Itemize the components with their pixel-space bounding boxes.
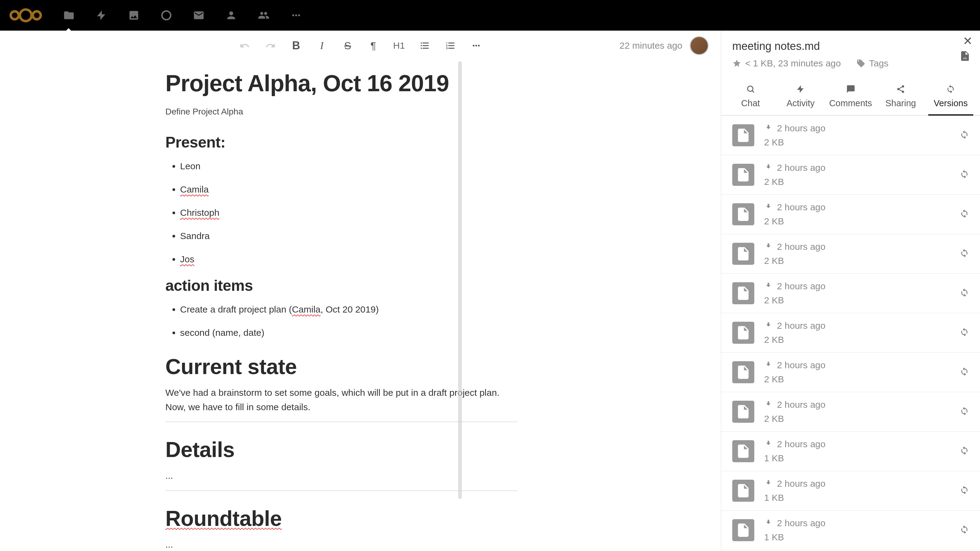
restore-icon[interactable] <box>960 407 969 417</box>
download-icon[interactable] <box>764 479 773 489</box>
attendee-list[interactable]: LeonCamilaChristophSandraJos <box>165 160 517 266</box>
version-row[interactable]: 2 hours ago2 KB <box>721 116 980 155</box>
tab-activity[interactable]: Activity <box>775 80 825 115</box>
version-row[interactable]: 2 hours ago2 KB <box>721 353 980 392</box>
undo-button[interactable] <box>239 40 251 52</box>
tab-comments[interactable]: Comments <box>826 80 875 115</box>
download-icon[interactable] <box>764 518 773 528</box>
download-icon[interactable] <box>764 400 773 410</box>
roundtable-body[interactable]: ... <box>165 538 517 551</box>
current-state-heading[interactable]: Current state <box>165 354 517 379</box>
more-formatting-button[interactable] <box>470 40 482 52</box>
gallery-icon[interactable] <box>127 9 140 22</box>
version-size: 2 KB <box>764 256 950 266</box>
restore-icon[interactable] <box>960 367 969 378</box>
version-row[interactable]: 2 hours ago2 KB <box>721 234 980 274</box>
redo-button[interactable] <box>264 40 277 52</box>
svg-point-1 <box>20 10 32 21</box>
download-icon[interactable] <box>764 202 773 212</box>
download-icon[interactable] <box>764 321 773 330</box>
list-item[interactable]: second (name, date) <box>180 326 517 339</box>
doc-title[interactable]: Project Alpha, Oct 16 2019 <box>165 70 517 97</box>
restore-icon[interactable] <box>960 249 969 259</box>
close-icon[interactable]: ✕ <box>963 34 973 48</box>
version-row[interactable]: 2 hours ago2 KB <box>721 274 980 313</box>
list-item[interactable]: Christoph <box>180 206 517 219</box>
tab-sharing[interactable]: Sharing <box>875 80 926 115</box>
comments-icon <box>826 84 875 96</box>
download-icon[interactable] <box>764 439 773 449</box>
version-size: 2 KB <box>764 216 950 227</box>
file-icon <box>732 164 754 186</box>
version-time: 2 hours ago <box>777 321 825 331</box>
tab-versions[interactable]: Versions <box>926 80 976 115</box>
list-item[interactable]: Leon <box>180 160 517 173</box>
heading-button[interactable]: H1 <box>393 40 405 52</box>
restore-icon[interactable] <box>960 486 969 496</box>
download-icon[interactable] <box>764 242 773 252</box>
scrollbar[interactable] <box>458 61 462 499</box>
restore-icon[interactable] <box>960 525 969 535</box>
bold-button[interactable]: B <box>290 40 302 52</box>
favorite-toggle[interactable]: < 1 KB, 23 minutes ago <box>732 58 841 68</box>
version-row[interactable]: 2 hours ago1 KB <box>721 471 980 511</box>
app-logo[interactable] <box>7 8 44 23</box>
share-file-icon[interactable] <box>959 50 971 63</box>
list-item[interactable]: Sandra <box>180 230 517 243</box>
tags-button[interactable]: Tags <box>856 58 888 68</box>
contacts-icon[interactable] <box>225 9 238 22</box>
action-items-heading[interactable]: action items <box>165 277 517 294</box>
restore-icon[interactable] <box>960 170 969 180</box>
restore-icon[interactable] <box>960 327 969 338</box>
version-row[interactable]: 2 hours ago2 KB <box>721 195 980 234</box>
version-time: 2 hours ago <box>777 202 825 213</box>
svg-point-5 <box>295 14 297 16</box>
file-icon <box>732 401 754 423</box>
version-row[interactable]: 2 hours ago2 KB <box>721 313 980 353</box>
tab-chat[interactable]: Chat <box>725 80 775 115</box>
version-row[interactable]: 2 hours ago2 KB <box>721 392 980 432</box>
version-size: 1 KB <box>764 492 950 503</box>
file-icon <box>732 243 754 265</box>
download-icon[interactable] <box>764 123 773 133</box>
list-item[interactable]: Create a draft project plan (Camila, Oct… <box>180 303 517 316</box>
paragraph-button[interactable]: ¶ <box>367 40 379 52</box>
current-state-body[interactable]: We've had a brainstorm to set some goals… <box>165 386 517 414</box>
mail-icon[interactable] <box>192 9 205 22</box>
version-row[interactable]: 2 hours ago2 KB <box>721 155 980 195</box>
download-icon[interactable] <box>764 281 773 291</box>
star-icon <box>732 59 741 68</box>
restore-icon[interactable] <box>960 288 969 299</box>
group-icon[interactable] <box>257 9 270 22</box>
version-row[interactable]: 2 hours ago1 KB <box>721 511 980 550</box>
action-items-list[interactable]: Create a draft project plan (Camila, Oct… <box>165 303 517 339</box>
svg-point-2 <box>33 11 41 19</box>
avatar[interactable] <box>690 36 709 55</box>
activity-tab-icon <box>775 84 825 96</box>
version-time: 2 hours ago <box>777 478 825 489</box>
more-apps-icon[interactable] <box>290 9 302 22</box>
list-item[interactable]: Camila <box>180 183 517 196</box>
activity-icon[interactable] <box>95 9 108 22</box>
list-item[interactable]: Jos <box>180 253 517 266</box>
version-row[interactable]: 2 hours ago1 KB <box>721 432 980 471</box>
present-heading[interactable]: Present: <box>165 133 517 151</box>
italic-button[interactable]: I <box>316 40 328 52</box>
ordered-list-button[interactable] <box>444 40 457 52</box>
roundtable-heading[interactable]: Roundtable <box>165 506 517 531</box>
svg-line-16 <box>899 90 902 91</box>
circle-icon[interactable] <box>160 9 173 22</box>
download-icon[interactable] <box>764 360 773 370</box>
details-heading[interactable]: Details <box>165 437 517 462</box>
restore-icon[interactable] <box>960 446 969 456</box>
restore-icon[interactable] <box>960 209 969 219</box>
details-body[interactable]: ... <box>165 468 517 483</box>
strikethrough-button[interactable]: S <box>342 40 354 52</box>
download-icon[interactable] <box>764 163 773 173</box>
svg-point-0 <box>11 11 19 19</box>
files-icon[interactable] <box>62 9 75 22</box>
bullet-list-button[interactable] <box>418 40 431 52</box>
restore-icon[interactable] <box>960 130 969 140</box>
file-icon <box>732 440 754 462</box>
doc-subtitle[interactable]: Define Project Alpha <box>165 105 517 118</box>
